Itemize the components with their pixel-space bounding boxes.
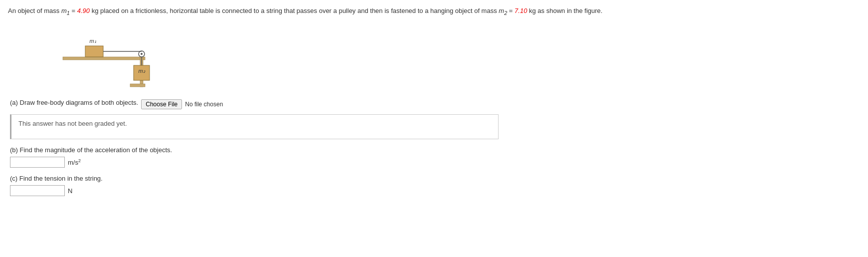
svg-rect-0	[63, 57, 145, 60]
m2-eq: =	[507, 7, 515, 14]
no-file-text: No file chosen	[185, 101, 223, 108]
acceleration-unit: m/s2	[68, 158, 81, 166]
acceleration-input[interactable]	[10, 157, 65, 168]
part-a-label: (a) Draw free-body diagrams of both obje…	[10, 99, 138, 106]
tension-unit: N	[68, 187, 72, 195]
svg-rect-2	[130, 84, 145, 87]
m2-val: 7.10	[515, 7, 527, 14]
m1-val: 4.90	[77, 7, 90, 14]
svg-rect-3	[85, 46, 103, 57]
m2-unit: kg as shown in the figure.	[527, 7, 602, 14]
part-a-row: (a) Draw free-body diagrams of both obje…	[10, 99, 860, 109]
problem-statement: An object of mass m1 = 4.90 kg placed on…	[8, 6, 860, 17]
pulley-diagram: m₁ m₂	[58, 23, 168, 93]
m2-var: m	[499, 7, 504, 14]
graded-text: This answer has not been graded yet.	[18, 120, 127, 127]
svg-text:m₁: m₁	[89, 38, 96, 44]
m1-var: m	[61, 7, 67, 14]
svg-text:m₂: m₂	[138, 68, 145, 74]
physics-figure: m₁ m₂	[58, 23, 168, 93]
part-a-section: (a) Draw free-body diagrams of both obje…	[10, 99, 860, 139]
choose-file-button[interactable]: Choose File	[141, 99, 182, 109]
m1-eq: =	[70, 7, 77, 14]
part-c-input-row: N	[10, 185, 860, 196]
squared-sup: 2	[78, 158, 81, 163]
part-c-section: (c) Find the tension in the string. N	[10, 175, 860, 196]
part-b-label: (b) Find the magnitude of the accelerati…	[10, 146, 860, 154]
part-b-input-row: m/s2	[10, 157, 860, 168]
part-b-section: (b) Find the magnitude of the accelerati…	[10, 146, 860, 168]
m1-unit: kg placed on a frictionless, horizontal …	[90, 7, 499, 14]
graded-answer-box: This answer has not been graded yet.	[10, 114, 499, 139]
statement-prefix: An object of mass	[8, 7, 61, 14]
tension-input[interactable]	[10, 185, 65, 196]
part-c-label: (c) Find the tension in the string.	[10, 175, 860, 182]
svg-point-7	[141, 53, 143, 55]
